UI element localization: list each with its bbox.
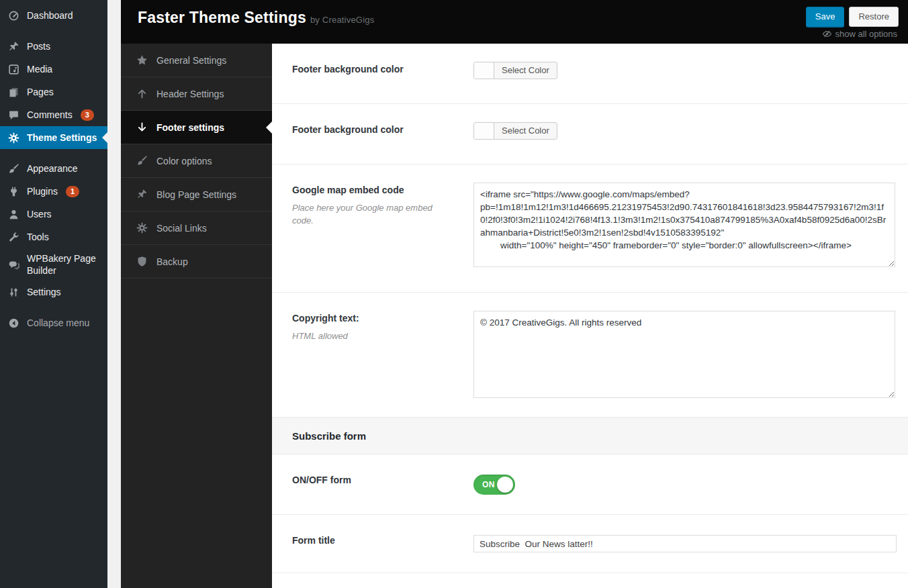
tab-footer-settings[interactable]: Footer settings [121, 111, 272, 144]
form-title-input[interactable] [473, 535, 897, 552]
plugin-icon [7, 186, 20, 197]
tab-label: Social Links [156, 223, 207, 234]
sidebar-item-plugins[interactable]: Plugins 1 [0, 180, 107, 203]
select-color-button[interactable]: Select Color [473, 122, 557, 140]
footer-settings-panel: Footer background color Select Color Foo… [272, 44, 908, 588]
field-control-col: Select Color [473, 44, 908, 103]
pages-icon [7, 87, 20, 98]
tab-blog-page-settings[interactable]: Blog Page Settings [121, 178, 272, 211]
plugins-count-badge: 1 [66, 186, 79, 197]
sidebar-item-label: Posts [27, 40, 50, 52]
section-title: Subscribe form [292, 430, 366, 442]
menu-separator [0, 303, 107, 311]
sidebar-item-label: Settings [27, 286, 61, 298]
pushpin-icon [136, 189, 148, 200]
sidebar-item-comments[interactable]: Comments 3 [0, 103, 107, 126]
menu-separator [0, 27, 107, 35]
field-label-col: ON/OFF form [272, 454, 473, 514]
field-control-col [473, 293, 908, 417]
sidebar-item-tools[interactable]: Tools [0, 226, 107, 248]
sliders-icon [7, 287, 20, 298]
subscribe-form-section-header: Subscribe form [272, 418, 908, 454]
sidebar-item-collapse-menu[interactable]: Collapse menu [0, 311, 107, 334]
page-title-text: Faster Theme Settings [138, 9, 306, 26]
field-control-col: ON [473, 454, 908, 514]
sidebar-item-label: Appearance [27, 162, 78, 175]
tab-label: General Settings [156, 55, 226, 66]
field-label: Form title [292, 535, 473, 546]
comments-icon [7, 109, 20, 121]
footer-bg-color-row-1: Footer background color Select Color [272, 44, 908, 104]
page-title-byline: by CreativeGigs [310, 15, 374, 25]
footer-bg-color-row-2: Footer background color Select Color [272, 104, 908, 164]
field-label-col: Form title [272, 515, 473, 573]
tab-label: Header Settings [156, 89, 224, 99]
tab-general-settings[interactable]: General Settings [121, 44, 272, 77]
eye-off-icon [822, 29, 832, 39]
tab-label: Color options [156, 156, 212, 166]
field-label-col: Footer background color [272, 44, 473, 103]
copyright-text-row: Copyright text: HTML allowed [272, 293, 908, 418]
sidebar-item-theme-settings[interactable]: Theme Settings [0, 126, 107, 149]
media-icon [7, 64, 20, 75]
field-control-col [473, 515, 908, 573]
gear-icon [136, 222, 148, 234]
tab-header-settings[interactable]: Header Settings [121, 77, 272, 111]
google-map-embed-row: Google map embed code Place here your Go… [272, 164, 908, 293]
restore-button[interactable]: Restore [849, 7, 899, 27]
field-description: HTML allowed [292, 330, 433, 343]
show-all-options-label: show all options [835, 29, 898, 39]
field-label-col: Footer background color [272, 104, 473, 164]
sidebar-item-label: Users [27, 208, 52, 220]
color-swatch [474, 62, 494, 79]
tab-label: Backup [156, 256, 188, 267]
sidebar-item-appearance[interactable]: Appearance [0, 157, 107, 180]
field-label-col: Copyright text: HTML allowed [272, 293, 473, 417]
sidebar-item-settings[interactable]: Settings [0, 281, 107, 303]
sidebar-item-label: Comments [27, 109, 73, 121]
sidebar-item-pages[interactable]: Pages [0, 81, 107, 103]
sidebar-item-media[interactable]: Media [0, 58, 107, 81]
copyright-textarea[interactable] [473, 311, 895, 398]
tab-color-options[interactable]: Color options [121, 144, 272, 178]
wpbakery-icon [7, 259, 20, 271]
brush-icon [136, 155, 148, 166]
sidebar-item-label: WPBakery Page Builder [27, 252, 102, 277]
field-description: Place here your Google map embed code. [292, 202, 433, 228]
pushpin-icon [7, 41, 20, 52]
dashboard-icon [7, 10, 20, 21]
tab-backup[interactable]: Backup [121, 245, 272, 279]
sidebar-item-label: Dashboard [27, 9, 73, 21]
field-label: Copyright text: [292, 313, 473, 324]
field-control-col: Select Color [473, 104, 908, 164]
wp-admin-sidebar: Dashboard Posts Media Pages Comments 3 T… [0, 0, 107, 588]
sidebar-item-users[interactable]: Users [0, 203, 107, 226]
field-label: ON/OFF form [292, 475, 473, 485]
tab-label: Footer settings [156, 122, 224, 133]
settings-tab-rail: General Settings Header Settings Footer … [121, 44, 272, 588]
tab-social-links[interactable]: Social Links [121, 211, 272, 245]
google-map-embed-textarea[interactable] [473, 183, 895, 267]
sidebar-item-label: Theme Settings [27, 132, 97, 144]
select-color-label: Select Color [494, 123, 557, 139]
sidebar-item-posts[interactable]: Posts [0, 35, 107, 58]
save-button[interactable]: Save [806, 7, 845, 27]
onoff-toggle[interactable]: ON [473, 475, 515, 495]
shield-icon [136, 256, 148, 267]
arrow-up-icon [136, 88, 148, 99]
collapse-icon [7, 317, 20, 329]
toggle-knob [497, 477, 513, 493]
field-label: Footer background color [292, 64, 473, 75]
gear-icon [7, 132, 20, 144]
theme-settings-header: Faster Theme Settingsby CreativeGigs Sav… [121, 0, 908, 44]
brush-icon [7, 163, 20, 175]
wrench-icon [7, 232, 20, 243]
page-title: Faster Theme Settingsby CreativeGigs [138, 9, 374, 27]
select-color-button[interactable]: Select Color [473, 62, 557, 79]
field-label: Footer background color [292, 124, 473, 135]
toggle-state-label: ON [482, 480, 495, 489]
sidebar-item-dashboard[interactable]: Dashboard [0, 4, 107, 27]
sidebar-item-label: Pages [27, 86, 54, 98]
show-all-options-link[interactable]: show all options [822, 29, 898, 39]
sidebar-item-wpbakery[interactable]: WPBakery Page Builder [0, 248, 107, 281]
